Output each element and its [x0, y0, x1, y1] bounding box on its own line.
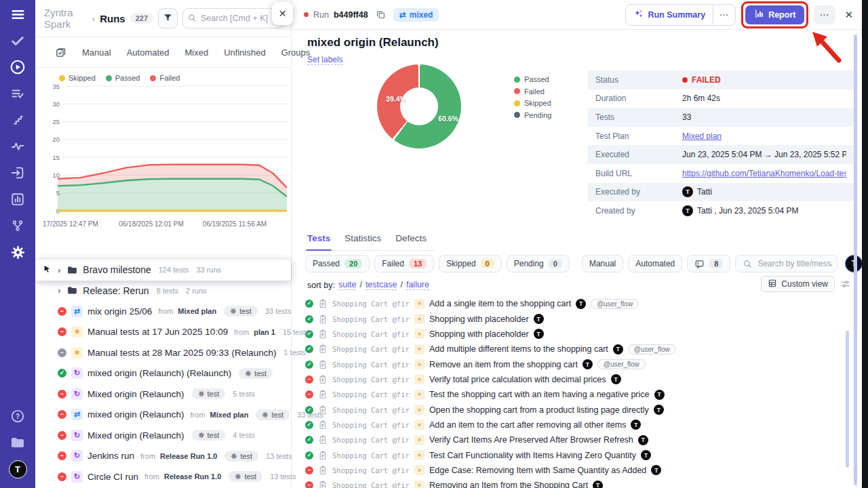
test-row[interactable]: − Shopping Cart @firs… ✶ Removing an Ite…: [305, 478, 844, 488]
test-row[interactable]: ✓ Shopping Cart @firs… ✶ Open the shoppi…: [305, 402, 844, 417]
custom-view-button[interactable]: Custom view: [761, 276, 835, 292]
pulse-icon[interactable]: [9, 138, 26, 155]
test-badge: test: [256, 409, 290, 420]
select-runs-icon[interactable]: [55, 47, 66, 58]
report-button[interactable]: Report: [745, 5, 804, 24]
run-row[interactable]: − ⇄ mixed origin (Relaunch)fromMixed pla…: [35, 405, 291, 426]
run-summary-button[interactable]: Run Summary: [626, 5, 713, 25]
tab-statistics[interactable]: Statistics: [344, 233, 381, 243]
from-label: from: [191, 411, 205, 419]
breadcrumb-project[interactable]: Zyntra Spark: [44, 7, 87, 30]
test-title: Open the shopping cart from a product li…: [429, 405, 649, 415]
test-row[interactable]: ✓ Shopping Cart @firs… ✶ Test Cart Funct…: [305, 447, 844, 462]
test-row[interactable]: ✓ Shopping Cart @firs… ✶ Remove an item …: [305, 357, 844, 371]
filter-manual-chip[interactable]: Manual: [582, 255, 623, 272]
tab-manual[interactable]: Manual: [82, 47, 111, 58]
help-icon[interactable]: ?: [9, 407, 26, 425]
run-row[interactable]: − ✶ Manual tests at 17 Jun 2025 10:09fro…: [35, 322, 291, 343]
clipboard-icon: [318, 314, 328, 324]
runs-search-input[interactable]: [182, 8, 284, 28]
plan-name[interactable]: Release Run 1.0: [164, 472, 221, 481]
run-row[interactable]: − ⇄ mix origin 25/06fromMixed plantest33…: [35, 301, 291, 322]
check-icon[interactable]: [9, 32, 26, 49]
test-row[interactable]: ✓ Shopping Cart @firs… ✶ Add a single it…: [305, 296, 844, 311]
tab-tests[interactable]: Tests: [307, 233, 330, 243]
tab-groups[interactable]: Groups: [281, 47, 311, 58]
plan-name[interactable]: Mixed plan: [178, 307, 216, 315]
test-suite: Shopping Cart @firs…: [332, 466, 410, 474]
import-icon[interactable]: [9, 164, 26, 182]
trend-legend: SkippedPassedFailed: [35, 68, 291, 82]
filter-passed-chip[interactable]: Passed20: [305, 255, 370, 272]
detail-link[interactable]: Mixed plan: [682, 131, 722, 141]
bar-chart-icon[interactable]: [9, 190, 26, 208]
copy-icon[interactable]: [376, 9, 386, 20]
tab-unfinished[interactable]: Unfinished: [224, 47, 265, 58]
test-row[interactable]: ✓ Shopping Cart @firs… ✶ Shopping with p…: [305, 327, 844, 342]
run-summary-more-button[interactable]: ···: [713, 5, 735, 25]
test-row[interactable]: − Shopping Cart @firs… ✶ Edge Case: Remo…: [305, 463, 844, 478]
filter-skipped-chip[interactable]: Skipped0: [439, 255, 502, 272]
plan-name[interactable]: Mixed plan: [210, 411, 249, 419]
run-folder-row[interactable]: › Release: Rerun8 tests2 runs: [35, 281, 291, 302]
test-row[interactable]: ✓ Shopping Cart @firs… ✶ Shopping with p…: [305, 311, 844, 326]
close-icon[interactable]: ✕: [844, 9, 853, 21]
sort-by-suite[interactable]: suite: [338, 280, 356, 290]
more-options-button[interactable]: ···: [814, 5, 835, 24]
run-folder-row[interactable]: › Bravo milestone124 tests33 runs: [35, 260, 291, 281]
sparkle-icon: ✶: [414, 450, 425, 460]
status-failed-icon: −: [305, 481, 313, 488]
view-settings-icon[interactable]: [840, 279, 851, 289]
comments-filter-chip[interactable]: 8: [687, 255, 730, 272]
tab-mixed[interactable]: Mixed: [185, 47, 209, 58]
branch-icon[interactable]: [9, 217, 26, 235]
run-row[interactable]: ✓ ↻ mixed origin (Relaunch) (Relaunch)te…: [35, 363, 291, 384]
docs-icon[interactable]: [9, 434, 26, 451]
assignee-avatar: T: [611, 374, 621, 384]
test-row[interactable]: − Shopping Cart @firs… ✶ Test the shoppi…: [305, 387, 844, 402]
detail-link[interactable]: https://github.com/TetianaKhomenko/Load-…: [682, 169, 846, 178]
run-row[interactable]: − ↻ Mixed origin (Relaunch)test5 tests: [35, 384, 291, 405]
close-panel-button[interactable]: ✕: [272, 2, 293, 25]
filter-pending-chip[interactable]: Pending0: [507, 255, 570, 272]
tests-search: [735, 255, 838, 272]
filter-button[interactable]: [158, 8, 178, 28]
list-check-icon[interactable]: [9, 85, 26, 102]
menu-icon[interactable]: [9, 5, 26, 23]
test-row[interactable]: − Shopping Cart @firs… ✶ Verify total pr…: [305, 372, 844, 387]
sort-by-testcase[interactable]: testcase: [366, 280, 397, 290]
runs-panel: Zyntra Spark › Runs 227 ✕ ManualAutomate…: [35, 0, 291, 488]
tests-scrollbar[interactable]: [846, 331, 849, 468]
test-title: Test the shopping cart with an item havi…: [429, 390, 650, 399]
test-row[interactable]: ✓ Shopping Cart @firs… ✶ Verify Cart Ite…: [305, 432, 844, 447]
set-labels-link[interactable]: Set labels: [307, 55, 343, 65]
chevron-right-icon[interactable]: ›: [58, 285, 60, 296]
play-circle-icon[interactable]: [9, 58, 26, 76]
chevron-right-icon[interactable]: ›: [58, 265, 60, 275]
filter-automated-chip[interactable]: Automated: [628, 255, 682, 272]
tests-search-input[interactable]: [756, 258, 833, 269]
run-row[interactable]: − ↻ Jenkins runfromRelease Run 1.0test13…: [35, 446, 291, 467]
run-meta: 1 tests: [283, 348, 305, 357]
tab-defects[interactable]: Defects: [395, 233, 427, 243]
stairs-icon[interactable]: [9, 111, 26, 129]
tab-automated[interactable]: Automated: [127, 47, 170, 58]
detail-row-build-url: Build URLhttps://github.com/TetianaKhome…: [587, 164, 854, 183]
user-avatar-sidebar[interactable]: T: [9, 460, 27, 479]
panel-scrollbar[interactable]: [854, 35, 857, 485]
test-row[interactable]: ✓ Shopping Cart @firs… ✶ Add an item to …: [305, 418, 844, 432]
sort-by-failure[interactable]: failure: [406, 280, 429, 290]
gear-icon[interactable]: [9, 243, 26, 261]
run-row[interactable]: − ✶ Manual tests at 28 Mar 2025 09:33 (R…: [35, 342, 291, 363]
filter-failed-chip[interactable]: Failed13: [374, 255, 434, 272]
run-row[interactable]: − ↻ Mixed origin (Relaunch)test4 tests: [35, 425, 291, 446]
run-row[interactable]: − ↻ Circle CI runfromRelease Run 1.0test…: [35, 466, 291, 487]
annotation-arrow: [810, 30, 848, 66]
test-suite: Shopping Cart @firs…: [332, 421, 410, 429]
test-badge: test: [224, 451, 258, 462]
plan-name[interactable]: Release Run 1.0: [160, 452, 217, 460]
assignee-avatar: T: [534, 329, 544, 339]
run-title: mixed origin (Relaunch): [307, 36, 439, 49]
plan-name[interactable]: plan 1: [254, 328, 275, 336]
test-row[interactable]: ✓ Shopping Cart @firs… ✶ Add multiple di…: [305, 342, 844, 357]
